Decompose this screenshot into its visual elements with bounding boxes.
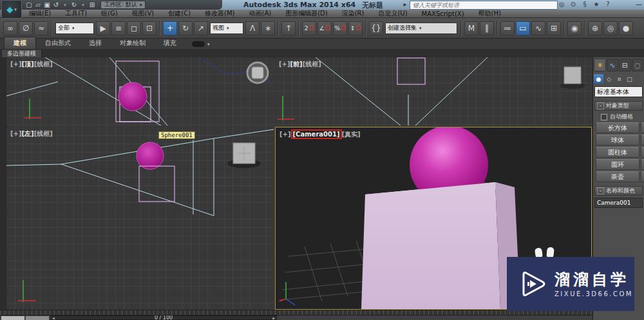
mirror-icon[interactable]: M [464,21,478,35]
edit-named-selection-sets-icon[interactable]: {} [369,21,383,35]
menu-customize[interactable]: 自定义(U) [371,9,414,18]
viewport-shading-mode[interactable]: [线框] [34,61,53,68]
align-icon[interactable]: ‖ [480,21,494,35]
viewport-top[interactable]: [+][顶][线框] [6,57,274,126]
selection-filter-dropdown[interactable]: 全部 ▾ [55,23,94,34]
mini-listener-script[interactable] [26,316,49,320]
sphere-button[interactable]: 球体 [596,135,639,146]
cylinder-button[interactable]: 圆柱体 [596,147,639,158]
redo-icon[interactable]: ↻ [70,1,79,9]
tab-hierarchy-icon[interactable]: ⊟ [619,59,631,71]
layer-manager-icon[interactable]: ≔ [500,21,515,35]
select-and-manipulate-icon[interactable]: ∗ [261,21,275,35]
reference-coordinate-dropdown[interactable]: 视图 ▾ [210,23,243,34]
time-slider[interactable]: ◀ 0 / 100 ▶ [50,315,277,320]
use-pivot-point-icon[interactable]: Λ [245,21,260,35]
viewport-menu-plus[interactable]: [+] [279,131,291,138]
viewport-shading-mode[interactable]: [线框] [303,61,321,68]
viewcube[interactable] [227,143,261,168]
ribbon-tab-object-paint[interactable]: 对象绘制 [111,37,155,49]
viewport-name[interactable]: [顶] [22,61,34,68]
save-file-icon[interactable]: ▣ [43,1,52,9]
previous-frame-icon[interactable]: ◀ [51,316,56,320]
primitive-category-dropdown[interactable]: 标准基本体 [594,86,643,97]
menu-views[interactable]: 视图(V) [125,9,162,18]
viewport-name[interactable]: [左] [22,130,34,137]
ribbon-tab-populate[interactable]: 填充 [155,37,185,49]
menu-create[interactable]: 创建(C) [161,9,198,18]
select-and-link-icon[interactable]: ∞ [3,21,17,35]
sphere-object-left-view[interactable] [137,142,164,169]
new-file-icon[interactable]: ▢ [24,1,33,9]
bind-to-space-warp-icon[interactable]: ≈ [34,21,48,35]
viewport-shading-mode[interactable]: [线框] [34,130,53,137]
ribbon-tab-modeling[interactable]: 建模 [4,37,36,49]
select-object-icon[interactable]: ▶ [96,21,110,35]
object-type-rollout-header[interactable]: - 对象类型 [594,101,643,111]
rendered-frame-window-icon[interactable]: ◎ [603,21,618,35]
tab-modify-icon[interactable]: ∿ [607,59,619,71]
select-by-name-icon[interactable]: ≡ [111,21,126,35]
primitive-button-partial[interactable] [641,135,644,146]
menu-edit[interactable]: 编辑(E) [22,9,58,18]
primitive-button-partial[interactable] [641,171,644,182]
select-and-move-icon[interactable]: + [163,21,177,35]
favorites-star-icon[interactable]: ★ [591,1,601,8]
autogrid-checkbox[interactable] [601,114,607,120]
viewport-menu-plus[interactable]: [+] [279,61,290,68]
viewport-front-label[interactable]: [+][前][线框] [279,60,321,69]
graphite-ribbon-toggle-icon[interactable]: ▭ [516,21,530,35]
viewport-menu-plus[interactable]: [+] [10,130,22,137]
category-cameras-icon[interactable]: □ [625,74,634,84]
help-icon[interactable]: ? [603,1,613,8]
angle-snap-icon[interactable]: ∠Ω [317,21,332,35]
redo-dropdown-icon[interactable]: ▾ [79,1,88,9]
menu-help[interactable]: 帮助(H) [471,9,508,18]
search-input[interactable] [410,1,558,10]
track-bar[interactable] [0,310,592,315]
open-file-icon[interactable]: ▱ [33,1,43,9]
application-menu-button[interactable]: ◆ ▾ [1,0,22,19]
render-setup-icon[interactable]: ⊕ [588,21,602,35]
viewcube[interactable] [247,62,268,83]
viewport-left[interactable]: Sphere001 [+][左][线框] [6,127,274,310]
undo-icon[interactable]: ↺ [52,1,61,9]
minimize-button[interactable]: — [634,1,644,8]
unlink-selection-icon[interactable]: ∅ [19,21,33,35]
spinner-snap-icon[interactable]: ↕Ω [348,21,363,35]
viewport-front[interactable]: [+][前][线框] [275,57,592,126]
viewport-menu-plus[interactable]: [+] [10,61,22,68]
keyboard-shortcut-override-icon[interactable]: ↑ [281,21,296,35]
communication-center-icon[interactable]: § [580,1,590,8]
camera-viewport-name-highlighted[interactable]: [Camera001] [291,129,342,139]
torus-button[interactable]: 圆环 [596,159,639,170]
category-lights-icon[interactable]: ¤ [614,74,624,84]
viewport-camera-label[interactable]: [+][Camera001][真实] [279,130,361,139]
percent-snap-icon[interactable]: %Ω [333,21,347,35]
undo-dropdown-icon[interactable]: ▾ [61,1,70,9]
render-production-icon[interactable]: ● [619,21,633,35]
menu-tools[interactable]: 工具(T) [58,9,94,18]
menu-maxscript[interactable]: MAXScript(X) [415,10,471,17]
infocenter-collapse-icon[interactable]: ▸ [402,1,408,8]
viewport-top-label[interactable]: [+][顶][线框] [10,60,53,69]
mini-listener-macro[interactable] [1,316,24,320]
sphere-object-top-view[interactable] [118,82,147,111]
ribbon-tab-selection[interactable]: 选择 [80,37,111,49]
chevron-down-icon[interactable]: ▾ [207,42,210,47]
snaps-toggle-icon[interactable]: 2Ω [302,21,316,35]
category-geometry-icon[interactable]: ● [594,74,603,84]
workspace-dropdown[interactable]: 工作区: 默认 ▾ [100,1,146,9]
select-and-scale-icon[interactable]: ↗ [194,21,208,35]
ribbon-options-pill-icon[interactable] [192,41,205,47]
category-shapes-icon[interactable]: ◇ [604,74,614,84]
curve-editor-icon[interactable]: ∿ [531,21,545,35]
viewport-left-label[interactable]: [+][左][线框] [10,129,53,138]
teapot-button[interactable]: 茶壶 [596,171,639,182]
menu-rendering[interactable]: 渲染(R) [335,9,372,18]
viewport-shading-mode[interactable]: [真实] [342,131,361,138]
primitive-button-partial[interactable] [641,159,644,170]
project-folder-icon[interactable]: ⊞ [88,1,97,9]
menu-modifiers[interactable]: 修改器(M) [198,9,242,18]
rectangular-selection-region-icon[interactable]: ◻ [127,21,141,35]
